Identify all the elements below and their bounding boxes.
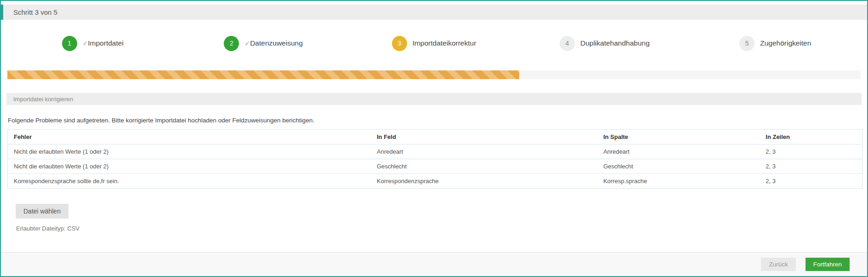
step-label: Duplikatehandhabung [580,39,650,47]
table-cell: Nicht die erlaubten Werte (1 oder 2) [8,144,371,159]
step-label: Zugehörigkeiten [760,39,811,47]
intro-text: Folgende Probleme sind aufgetreten. Bitt… [8,117,861,124]
step-label: Importdateikorrektur [413,39,477,47]
stepper-step-importdateikorrektur[interactable]: 3✓Importdateikorrektur [349,35,519,51]
table-cell: Geschlecht [597,159,760,174]
section-header: Importdatei korrigieren [6,93,862,105]
table-row: Nicht die erlaubten Werte (1 oder 2)Gesc… [8,159,862,174]
stepper-step-zugehörigkeiten[interactable]: 5✓Zugehörigkeiten [690,35,861,51]
check-icon: ✓ [244,40,250,47]
column-header: In Spalte [597,130,760,144]
step-label: Importdatei [88,39,124,47]
stepper: 1✓Importdatei2✓Datenzuweisung3✓Importdat… [1,35,867,51]
table-row: Nicht die erlaubten Werte (1 oder 2)Anre… [8,144,862,159]
table-cell: Anredeart [597,144,760,159]
progress-fill [7,70,519,79]
column-header: Fehler [8,130,371,144]
content-area: Folgende Probleme sind aufgetreten. Bitt… [1,105,867,232]
table-cell: Geschlecht [371,159,597,174]
column-header: In Feld [371,130,597,144]
step-number-circle: 2 [224,36,239,51]
step-number-circle: 1 [62,36,77,51]
continue-button[interactable]: Fortfahren [806,258,850,271]
table-cell: Nicht die erlaubten Werte (1 oder 2) [8,159,371,174]
import-wizard-panel: Schritt 3 von 5 1✓Importdatei2✓Datenzuwe… [0,0,868,277]
choose-file-button[interactable]: Datei wählen [16,204,68,219]
progress-bar [7,70,861,79]
stepper-step-datenzuweisung[interactable]: 2✓Datenzuweisung [178,35,348,51]
step-label: Datenzuweisung [250,39,303,47]
step-number-circle: 5 [739,36,755,51]
table-cell: Korrespondenzsprache [371,174,597,189]
step-header: Schritt 3 von 5 [1,5,867,20]
stepper-step-duplikatehandhabung[interactable]: 4✓Duplikatehandhabung [519,35,690,51]
step-number-circle: 3 [392,36,407,51]
section-header-title: Importdatei korrigieren [13,96,73,103]
table-row: Korrespondenzsprache sollte de,fr sein.K… [8,174,862,189]
file-type-hint: Erlaubter Dateityp: CSV [16,225,867,232]
step-header-title: Schritt 3 von 5 [13,8,57,16]
table-cell: 2, 3 [760,174,862,189]
error-table-header: FehlerIn FeldIn SpalteIn Zeilen [8,130,862,144]
footer-actions: Zurück Fortfahren [1,252,867,276]
check-icon: ✓ [83,40,88,47]
column-header: In Zeilen [760,130,862,144]
step-number-circle: 4 [560,36,575,51]
table-cell: 2, 3 [760,159,862,174]
error-table: FehlerIn FeldIn SpalteIn Zeilen Nicht di… [7,129,862,189]
stepper-step-importdatei[interactable]: 1✓Importdatei [7,35,178,51]
table-header-row: FehlerIn FeldIn SpalteIn Zeilen [8,130,862,144]
table-cell: Korresp.sprache [597,174,760,189]
table-cell: Korrespondenzsprache sollte de,fr sein. [8,174,371,189]
table-cell: Anredeart [371,144,597,159]
error-table-body: Nicht die erlaubten Werte (1 oder 2)Anre… [8,144,862,189]
table-cell: 2, 3 [760,144,862,159]
back-button[interactable]: Zurück [761,258,795,271]
